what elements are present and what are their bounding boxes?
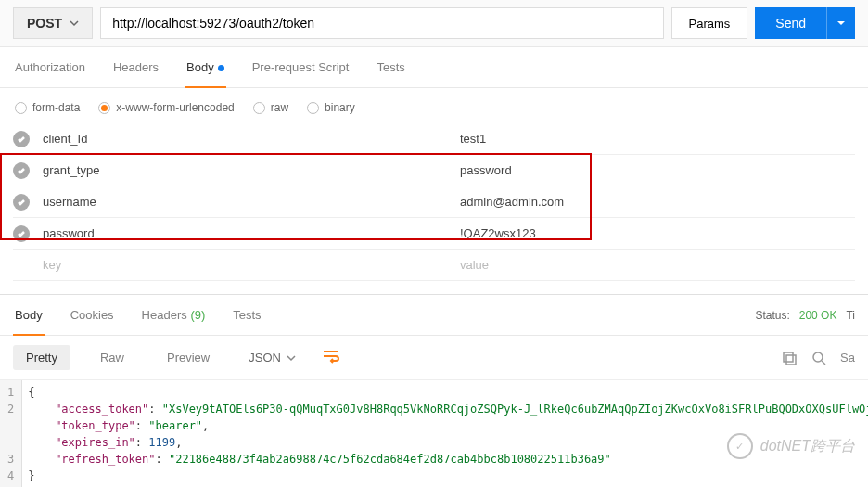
svg-point-2: [813, 352, 823, 362]
save-label[interactable]: Sa: [840, 351, 855, 365]
search-icon[interactable]: [811, 350, 827, 366]
resp-tab-body[interactable]: Body: [13, 295, 45, 335]
radio-binary[interactable]: binary: [307, 101, 355, 114]
param-key[interactable]: grant_type: [43, 161, 460, 179]
method-label: POST: [27, 16, 62, 31]
table-row-new[interactable]: key value: [13, 250, 855, 281]
tab-authorization[interactable]: Authorization: [13, 47, 87, 87]
wrap-toggle[interactable]: [322, 349, 340, 366]
wechat-icon: ✓: [727, 433, 753, 459]
tab-body[interactable]: Body: [185, 47, 226, 87]
param-value[interactable]: !QAZ2wsx123: [460, 224, 855, 242]
method-select[interactable]: POST: [13, 7, 93, 39]
copy-icon[interactable]: [781, 350, 798, 366]
chevron-down-icon: [70, 19, 79, 28]
resp-tab-cookies[interactable]: Cookies: [69, 295, 116, 335]
param-key[interactable]: client_Id: [43, 130, 460, 147]
status-area: Status: 200 OK Ti: [755, 309, 855, 322]
unsaved-dot-icon: [218, 65, 224, 71]
url-input[interactable]: [100, 7, 663, 39]
table-row[interactable]: client_Id test1: [13, 123, 855, 155]
view-preview[interactable]: Preview: [154, 345, 223, 370]
status-code: 200 OK: [799, 309, 837, 322]
check-icon[interactable]: [13, 225, 30, 242]
chevron-down-icon: [287, 353, 296, 363]
view-pretty[interactable]: Pretty: [13, 345, 70, 370]
check-icon[interactable]: [13, 131, 30, 147]
check-icon[interactable]: [13, 162, 30, 179]
send-dropdown-button[interactable]: [826, 7, 855, 39]
tab-headers[interactable]: Headers: [111, 47, 160, 87]
radio-form-data[interactable]: form-data: [15, 101, 80, 114]
param-value[interactable]: test1: [460, 130, 855, 147]
body-type-radios: form-data x-www-form-urlencoded raw bina…: [0, 88, 868, 123]
params-button[interactable]: Params: [671, 7, 748, 39]
request-tabs: Authorization Headers Body Pre-request S…: [0, 47, 868, 88]
tab-prerequest[interactable]: Pre-request Script: [250, 47, 351, 87]
lang-select[interactable]: JSON: [239, 345, 305, 370]
resp-tab-headers[interactable]: Headers (9): [140, 295, 208, 335]
status-label: Status:: [755, 309, 789, 322]
line-gutter: 123456: [0, 380, 22, 487]
table-row[interactable]: password !QAZ2wsx123: [13, 218, 855, 250]
param-value[interactable]: admin@admin.com: [460, 193, 855, 211]
response-tabs: Body Cookies Headers (9) Tests: [13, 295, 755, 335]
param-value[interactable]: password: [460, 161, 855, 179]
view-raw[interactable]: Raw: [87, 345, 137, 370]
radio-urlencoded[interactable]: x-www-form-urlencoded: [98, 101, 234, 114]
chevron-down-icon: [836, 19, 846, 28]
table-row[interactable]: grant_type password: [13, 155, 855, 186]
svg-rect-1: [786, 355, 796, 365]
svg-rect-0: [784, 352, 793, 362]
tab-tests[interactable]: Tests: [375, 47, 406, 87]
send-button[interactable]: Send: [755, 7, 826, 39]
time-label: Ti: [846, 309, 855, 322]
watermark: ✓ dotNET跨平台: [727, 433, 855, 459]
param-value-placeholder[interactable]: value: [460, 256, 855, 274]
resp-tab-tests[interactable]: Tests: [231, 295, 262, 335]
table-row[interactable]: username admin@admin.com: [13, 186, 855, 218]
radio-raw[interactable]: raw: [253, 101, 288, 114]
param-key[interactable]: username: [43, 193, 460, 211]
params-table: client_Id test1 grant_type password user…: [0, 123, 868, 281]
param-key-placeholder[interactable]: key: [43, 256, 460, 274]
check-icon[interactable]: [13, 194, 30, 211]
param-key[interactable]: password: [43, 224, 460, 242]
